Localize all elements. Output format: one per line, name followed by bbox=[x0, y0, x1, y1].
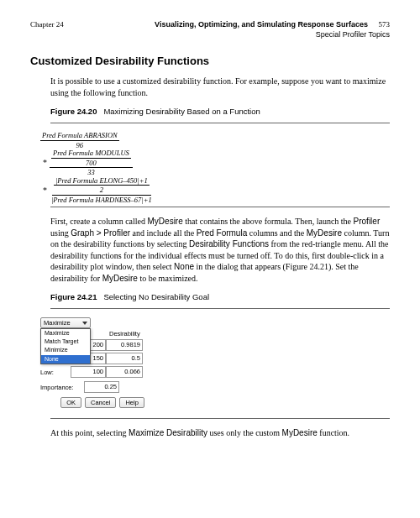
term-mydesire: MyDesire bbox=[282, 428, 318, 437]
col-desirability-header: Desirability bbox=[106, 330, 143, 337]
intro-paragraph: It is possible to use a customized desir… bbox=[50, 76, 390, 98]
page: Chapter 24 Visualizing, Optimizing, and … bbox=[0, 0, 420, 473]
figure-label: Figure 24.21 bbox=[50, 292, 97, 301]
multiply-icon: * bbox=[40, 186, 50, 195]
figure-rule bbox=[50, 308, 390, 309]
doc-subtitle: Special Profiler Topics bbox=[155, 30, 390, 40]
term-mydesire: MyDesire bbox=[102, 274, 138, 283]
importance-input[interactable]: 0.25 bbox=[84, 381, 119, 393]
help-button[interactable]: Help bbox=[119, 397, 144, 408]
term-predformula: Pred Formula bbox=[197, 228, 248, 238]
middle-desirability-input[interactable]: 0.5 bbox=[106, 353, 143, 364]
cancel-button[interactable]: Cancel bbox=[85, 397, 116, 408]
goal-selected: Maximize bbox=[44, 319, 71, 327]
formula-row3-over: 2 bbox=[98, 186, 105, 194]
figure-caption-text: Selecting No Desirability Goal bbox=[103, 292, 209, 301]
high-desirability-input[interactable]: 0.9819 bbox=[106, 339, 143, 351]
closing-paragraph: At this point, selecting Maximize Desira… bbox=[50, 427, 390, 439]
term-profiler: Profiler bbox=[354, 217, 381, 226]
formula-row2-over: 33 bbox=[86, 168, 97, 176]
page-number: 573 bbox=[379, 20, 391, 30]
page-header: Chapter 24 Visualizing, Optimizing, and … bbox=[30, 20, 390, 39]
low-value-input[interactable]: 100 bbox=[71, 366, 106, 378]
instruction-paragraph: First, create a column called MyDesire t… bbox=[50, 216, 390, 284]
term-none: None bbox=[174, 262, 194, 271]
goal-option-none[interactable]: None bbox=[41, 355, 90, 364]
menu-path: Graph > Profiler bbox=[71, 228, 130, 238]
term-desirability-functions: Desirability Functions bbox=[189, 239, 269, 249]
desirability-dialog: Maximize Maximize Match Target Minimize … bbox=[40, 317, 165, 408]
figure-rule bbox=[50, 418, 390, 419]
importance-label: Importance: bbox=[40, 384, 81, 391]
term-maximize-desirability: Maximize Desirability bbox=[129, 428, 207, 437]
goal-dropdown-list: Maximize Match Target Minimize None bbox=[40, 328, 91, 364]
row-low-label: Low: bbox=[40, 369, 71, 376]
header-right: Visualizing, Optimizing, and Simulating … bbox=[155, 20, 390, 39]
formula-row2-den: 700 bbox=[84, 159, 98, 167]
figure-caption-24-20: Figure 24.20 Maximizing Desirability Bas… bbox=[50, 107, 390, 116]
figure-caption-24-21: Figure 24.21 Selecting No Desirability G… bbox=[50, 292, 390, 301]
ok-button[interactable]: OK bbox=[60, 397, 81, 408]
formula-row4-abs: |Pred Formula HARDNESS–67|+1 bbox=[50, 196, 154, 204]
formula-row2-num: Pred Formula MODULUS bbox=[51, 149, 131, 159]
goal-option-match-target[interactable]: Match Target bbox=[41, 337, 90, 346]
section-heading: Customized Desirability Functions bbox=[30, 55, 390, 67]
goal-option-maximize[interactable]: Maximize bbox=[41, 329, 90, 337]
formula-row3-abs: |Pred Formula ELONG–450|+1 bbox=[54, 177, 150, 186]
chapter-label: Chapter 24 bbox=[30, 20, 64, 29]
goal-option-minimize[interactable]: Minimize bbox=[41, 346, 90, 354]
formula-block: Pred Formula ABRASION 96 * Pred Formula … bbox=[40, 132, 390, 203]
low-desirability-input[interactable]: 0.066 bbox=[106, 366, 143, 378]
doc-title: Visualizing, Optimizing, and Simulating … bbox=[155, 20, 368, 29]
multiply-icon: * bbox=[40, 159, 50, 167]
term-mydesire: MyDesire bbox=[148, 217, 183, 226]
term-mydesire: MyDesire bbox=[307, 228, 342, 238]
figure-rule bbox=[50, 123, 390, 123]
figure-rule bbox=[50, 207, 390, 207]
goal-dropdown[interactable]: Maximize bbox=[40, 317, 91, 328]
formula-row1-num: Pred Formula ABRASION bbox=[40, 132, 119, 141]
figure-caption-text: Maximizing Desirability Based on a Funct… bbox=[103, 107, 260, 116]
formula-row1-den: 96 bbox=[75, 141, 86, 149]
chevron-down-icon bbox=[82, 322, 87, 325]
figure-label: Figure 24.20 bbox=[50, 107, 97, 116]
